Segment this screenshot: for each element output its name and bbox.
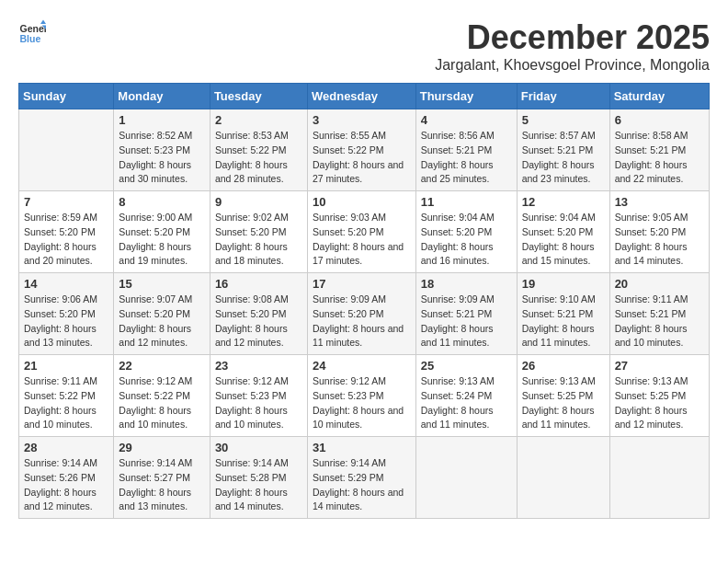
calendar-cell: 7Sunrise: 8:59 AMSunset: 5:20 PMDaylight… bbox=[19, 191, 114, 273]
col-header-monday: Monday bbox=[114, 84, 210, 109]
calendar-cell: 14Sunrise: 9:06 AMSunset: 5:20 PMDayligh… bbox=[19, 273, 114, 355]
logo: General Blue bbox=[18, 18, 46, 46]
day-info: Sunrise: 9:11 AMSunset: 5:21 PMDaylight:… bbox=[615, 293, 704, 350]
day-info: Sunrise: 9:13 AMSunset: 5:25 PMDaylight:… bbox=[522, 374, 605, 432]
day-info: Sunrise: 9:14 AMSunset: 5:26 PMDaylight:… bbox=[24, 456, 108, 514]
calendar-table: SundayMondayTuesdayWednesdayThursdayFrid… bbox=[18, 83, 710, 519]
page-subtitle: Jargalant, Khoevsgoel Province, Mongolia bbox=[435, 57, 710, 74]
logo-icon: General Blue bbox=[18, 18, 46, 46]
col-header-saturday: Saturday bbox=[609, 84, 709, 109]
calendar-week-row: 14Sunrise: 9:06 AMSunset: 5:20 PMDayligh… bbox=[19, 273, 710, 355]
day-number: 19 bbox=[522, 277, 605, 291]
day-number: 11 bbox=[421, 195, 512, 209]
day-info: Sunrise: 9:14 AMSunset: 5:27 PMDaylight:… bbox=[119, 456, 205, 514]
day-info: Sunrise: 9:09 AMSunset: 5:21 PMDaylight:… bbox=[421, 293, 512, 350]
day-info: Sunrise: 8:52 AMSunset: 5:23 PMDaylight:… bbox=[119, 129, 205, 187]
calendar-week-row: 7Sunrise: 8:59 AMSunset: 5:20 PMDaylight… bbox=[19, 191, 710, 273]
day-number: 7 bbox=[24, 195, 108, 209]
day-number: 15 bbox=[119, 277, 205, 291]
day-number: 6 bbox=[615, 113, 704, 127]
calendar-cell bbox=[609, 437, 709, 519]
day-info: Sunrise: 9:12 AMSunset: 5:23 PMDaylight:… bbox=[215, 374, 302, 432]
day-number: 27 bbox=[615, 359, 704, 373]
day-number: 10 bbox=[313, 195, 411, 209]
day-number: 18 bbox=[421, 277, 512, 291]
day-number: 30 bbox=[215, 441, 302, 454]
day-number: 22 bbox=[119, 359, 205, 373]
calendar-week-row: 21Sunrise: 9:11 AMSunset: 5:22 PMDayligh… bbox=[19, 355, 710, 437]
calendar-cell: 4Sunrise: 8:56 AMSunset: 5:21 PMDaylight… bbox=[415, 109, 517, 191]
day-number: 12 bbox=[522, 195, 605, 209]
calendar-cell: 13Sunrise: 9:05 AMSunset: 5:20 PMDayligh… bbox=[609, 191, 709, 273]
page-header: General Blue December 2025 Jargalant, Kh… bbox=[18, 18, 710, 74]
calendar-cell bbox=[19, 109, 114, 191]
day-info: Sunrise: 9:10 AMSunset: 5:21 PMDaylight:… bbox=[522, 293, 605, 350]
calendar-cell: 5Sunrise: 8:57 AMSunset: 5:21 PMDaylight… bbox=[517, 109, 609, 191]
day-info: Sunrise: 8:56 AMSunset: 5:21 PMDaylight:… bbox=[421, 129, 512, 187]
day-number: 23 bbox=[215, 359, 302, 373]
day-number: 20 bbox=[615, 277, 704, 291]
day-info: Sunrise: 9:08 AMSunset: 5:20 PMDaylight:… bbox=[215, 293, 302, 350]
day-number: 28 bbox=[24, 441, 108, 454]
col-header-thursday: Thursday bbox=[415, 84, 517, 109]
day-info: Sunrise: 9:03 AMSunset: 5:20 PMDaylight:… bbox=[313, 211, 411, 269]
calendar-cell: 9Sunrise: 9:02 AMSunset: 5:20 PMDaylight… bbox=[210, 191, 307, 273]
calendar-cell: 2Sunrise: 8:53 AMSunset: 5:22 PMDaylight… bbox=[210, 109, 307, 191]
calendar-cell bbox=[517, 437, 609, 519]
calendar-cell: 15Sunrise: 9:07 AMSunset: 5:20 PMDayligh… bbox=[114, 273, 210, 355]
day-number: 24 bbox=[313, 359, 411, 373]
col-header-friday: Friday bbox=[517, 84, 609, 109]
calendar-cell: 29Sunrise: 9:14 AMSunset: 5:27 PMDayligh… bbox=[114, 437, 210, 519]
day-number: 9 bbox=[215, 195, 302, 209]
calendar-cell: 1Sunrise: 8:52 AMSunset: 5:23 PMDaylight… bbox=[114, 109, 210, 191]
svg-text:Blue: Blue bbox=[20, 33, 41, 44]
calendar-week-row: 1Sunrise: 8:52 AMSunset: 5:23 PMDaylight… bbox=[19, 109, 710, 191]
day-number: 14 bbox=[24, 277, 108, 291]
calendar-cell bbox=[415, 437, 517, 519]
day-number: 29 bbox=[119, 441, 205, 454]
day-info: Sunrise: 9:04 AMSunset: 5:20 PMDaylight:… bbox=[522, 211, 605, 269]
day-number: 31 bbox=[313, 441, 411, 454]
day-number: 13 bbox=[615, 195, 704, 209]
day-info: Sunrise: 9:06 AMSunset: 5:20 PMDaylight:… bbox=[24, 293, 108, 350]
calendar-cell: 25Sunrise: 9:13 AMSunset: 5:24 PMDayligh… bbox=[415, 355, 517, 437]
calendar-cell: 21Sunrise: 9:11 AMSunset: 5:22 PMDayligh… bbox=[19, 355, 114, 437]
calendar-cell: 20Sunrise: 9:11 AMSunset: 5:21 PMDayligh… bbox=[609, 273, 709, 355]
calendar-cell: 16Sunrise: 9:08 AMSunset: 5:20 PMDayligh… bbox=[210, 273, 307, 355]
col-header-sunday: Sunday bbox=[19, 84, 114, 109]
calendar-cell: 30Sunrise: 9:14 AMSunset: 5:28 PMDayligh… bbox=[210, 437, 307, 519]
day-info: Sunrise: 8:59 AMSunset: 5:20 PMDaylight:… bbox=[24, 211, 108, 269]
day-info: Sunrise: 9:12 AMSunset: 5:23 PMDaylight:… bbox=[313, 374, 411, 432]
day-info: Sunrise: 8:57 AMSunset: 5:21 PMDaylight:… bbox=[522, 129, 605, 187]
calendar-cell: 8Sunrise: 9:00 AMSunset: 5:20 PMDaylight… bbox=[114, 191, 210, 273]
day-info: Sunrise: 9:04 AMSunset: 5:20 PMDaylight:… bbox=[421, 211, 512, 269]
calendar-cell: 12Sunrise: 9:04 AMSunset: 5:20 PMDayligh… bbox=[517, 191, 609, 273]
svg-marker-2 bbox=[40, 20, 46, 25]
day-number: 4 bbox=[421, 113, 512, 127]
day-info: Sunrise: 9:12 AMSunset: 5:22 PMDaylight:… bbox=[119, 374, 205, 432]
calendar-cell: 18Sunrise: 9:09 AMSunset: 5:21 PMDayligh… bbox=[415, 273, 517, 355]
day-number: 1 bbox=[119, 113, 205, 127]
day-info: Sunrise: 9:02 AMSunset: 5:20 PMDaylight:… bbox=[215, 211, 302, 269]
page-title: December 2025 bbox=[435, 18, 710, 57]
calendar-week-row: 28Sunrise: 9:14 AMSunset: 5:26 PMDayligh… bbox=[19, 437, 710, 519]
col-header-tuesday: Tuesday bbox=[210, 84, 307, 109]
day-info: Sunrise: 9:00 AMSunset: 5:20 PMDaylight:… bbox=[119, 211, 205, 269]
calendar-cell: 3Sunrise: 8:55 AMSunset: 5:22 PMDaylight… bbox=[307, 109, 415, 191]
calendar-cell: 23Sunrise: 9:12 AMSunset: 5:23 PMDayligh… bbox=[210, 355, 307, 437]
day-number: 5 bbox=[522, 113, 605, 127]
day-number: 8 bbox=[119, 195, 205, 209]
day-info: Sunrise: 9:07 AMSunset: 5:20 PMDaylight:… bbox=[119, 293, 205, 350]
day-info: Sunrise: 9:09 AMSunset: 5:20 PMDaylight:… bbox=[313, 293, 411, 350]
day-number: 16 bbox=[215, 277, 302, 291]
day-info: Sunrise: 8:58 AMSunset: 5:21 PMDaylight:… bbox=[615, 129, 704, 187]
calendar-cell: 31Sunrise: 9:14 AMSunset: 5:29 PMDayligh… bbox=[307, 437, 415, 519]
calendar-cell: 28Sunrise: 9:14 AMSunset: 5:26 PMDayligh… bbox=[19, 437, 114, 519]
calendar-cell: 19Sunrise: 9:10 AMSunset: 5:21 PMDayligh… bbox=[517, 273, 609, 355]
calendar-header-row: SundayMondayTuesdayWednesdayThursdayFrid… bbox=[19, 84, 710, 109]
col-header-wednesday: Wednesday bbox=[307, 84, 415, 109]
calendar-cell: 6Sunrise: 8:58 AMSunset: 5:21 PMDaylight… bbox=[609, 109, 709, 191]
title-section: December 2025 Jargalant, Khoevsgoel Prov… bbox=[435, 18, 710, 74]
day-number: 26 bbox=[522, 359, 605, 373]
day-info: Sunrise: 8:53 AMSunset: 5:22 PMDaylight:… bbox=[215, 129, 302, 187]
